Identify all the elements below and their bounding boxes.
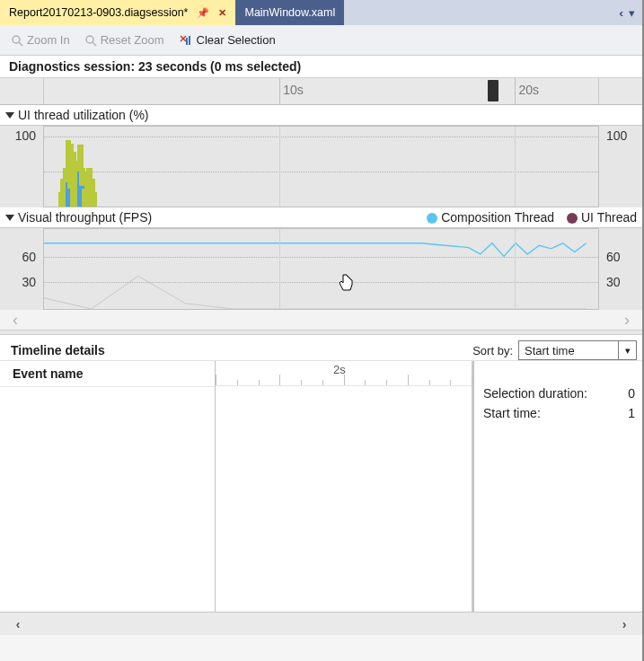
pin-icon[interactable]: 📌 bbox=[197, 7, 209, 19]
clear-selection-button[interactable]: Clear Selection bbox=[173, 31, 281, 48]
scrub-marker[interactable] bbox=[488, 80, 498, 101]
y-axis-right: 100 bbox=[603, 126, 642, 207]
close-icon[interactable]: ✕ bbox=[218, 7, 226, 19]
document-tabstrip: Report20170213-0903.diagsession* 📌 ✕ Mai… bbox=[0, 0, 642, 25]
timeline-details-header: Timeline details Sort by: Start time ▾ bbox=[0, 335, 642, 360]
sort-by-label: Sort by: bbox=[472, 344, 513, 357]
scroll-left-icon[interactable]: ‹ bbox=[9, 616, 27, 632]
svg-rect-7 bbox=[189, 36, 190, 45]
ui-util-chart[interactable]: 100 100 bbox=[0, 125, 642, 207]
tabstrip-overflow: ‹‹ ▾ bbox=[612, 0, 642, 25]
y-axis-right: 60 30 bbox=[603, 228, 642, 310]
svg-rect-6 bbox=[186, 38, 188, 45]
timeline-details-title: Timeline details bbox=[11, 343, 105, 357]
detail-ruler[interactable]: 2s bbox=[216, 361, 472, 386]
chart-hscroll: ‹ › bbox=[0, 310, 642, 330]
start-time-label: Start time: bbox=[483, 406, 628, 420]
y-axis-left: 60 30 bbox=[0, 228, 40, 310]
svg-line-3 bbox=[93, 42, 96, 46]
sort-by-dropdown[interactable]: Start time ▾ bbox=[518, 340, 637, 360]
selection-duration-label: Selection duration: bbox=[483, 386, 628, 401]
scroll-right-icon[interactable]: › bbox=[624, 311, 630, 330]
throughput-legend: Composition Thread UI Thread bbox=[427, 210, 637, 225]
selection-duration-value: 0 bbox=[628, 386, 635, 401]
timeline-ruler[interactable]: 10s20s bbox=[0, 78, 642, 105]
svg-line-1 bbox=[19, 42, 22, 46]
event-name-column: Event name bbox=[0, 361, 216, 612]
clear-selection-label: Clear Selection bbox=[197, 33, 276, 47]
svg-point-2 bbox=[86, 36, 93, 43]
overflow-chevrons-icon[interactable]: ‹‹ bbox=[619, 6, 620, 20]
zoom-in-label: Zoom In bbox=[27, 33, 70, 47]
tab-active-report[interactable]: Report20170213-0903.diagsession* 📌 ✕ bbox=[0, 0, 235, 25]
y-axis-left: 100 bbox=[0, 126, 40, 207]
svg-point-0 bbox=[13, 36, 20, 43]
window-menu-icon[interactable]: ▾ bbox=[629, 6, 635, 20]
throughput-title: Visual throughput (FPS) bbox=[18, 210, 152, 225]
start-time-value: 1 bbox=[628, 406, 635, 420]
session-header: Diagnostics session: 23 seconds (0 ms se… bbox=[0, 56, 642, 78]
tabstrip-spacer bbox=[344, 0, 612, 25]
dropdown-caret-icon[interactable]: ▾ bbox=[618, 341, 636, 359]
scroll-left-icon[interactable]: ‹ bbox=[13, 311, 18, 330]
throughput-chart[interactable]: 60 30 60 30 bbox=[0, 227, 642, 310]
reset-zoom-button[interactable]: Reset Zoom bbox=[79, 31, 170, 48]
sort-by-value: Start time bbox=[525, 344, 575, 357]
ui-util-panel-header[interactable]: UI thread utilization (%) bbox=[0, 105, 642, 125]
zoom-in-button[interactable]: Zoom In bbox=[5, 31, 75, 48]
selection-details-pane: Selection duration:0 Start time:1 bbox=[473, 361, 642, 612]
scroll-right-icon[interactable]: › bbox=[615, 616, 633, 632]
collapse-icon[interactable] bbox=[5, 215, 14, 221]
throughput-panel-header[interactable]: Visual throughput (FPS) Composition Thre… bbox=[0, 207, 642, 227]
timeline-detail-grid: Event name 2s Selection duration:0 Start… bbox=[0, 360, 642, 612]
tab-label: MainWindow.xaml bbox=[244, 6, 335, 19]
tab-inactive-mainwindow[interactable]: MainWindow.xaml bbox=[235, 0, 344, 25]
collapse-icon[interactable] bbox=[5, 112, 14, 119]
reset-zoom-label: Reset Zoom bbox=[101, 33, 164, 47]
bottom-hscrollbar[interactable]: ‹ › bbox=[0, 612, 642, 635]
event-timeline-column[interactable]: 2s bbox=[216, 361, 473, 612]
diagnostics-toolbar: Zoom In Reset Zoom Clear Selection bbox=[0, 25, 642, 56]
tab-label: Report20170213-0903.diagsession* bbox=[9, 6, 188, 19]
ui-util-title: UI thread utilization (%) bbox=[18, 108, 149, 122]
event-name-header[interactable]: Event name bbox=[0, 361, 215, 387]
